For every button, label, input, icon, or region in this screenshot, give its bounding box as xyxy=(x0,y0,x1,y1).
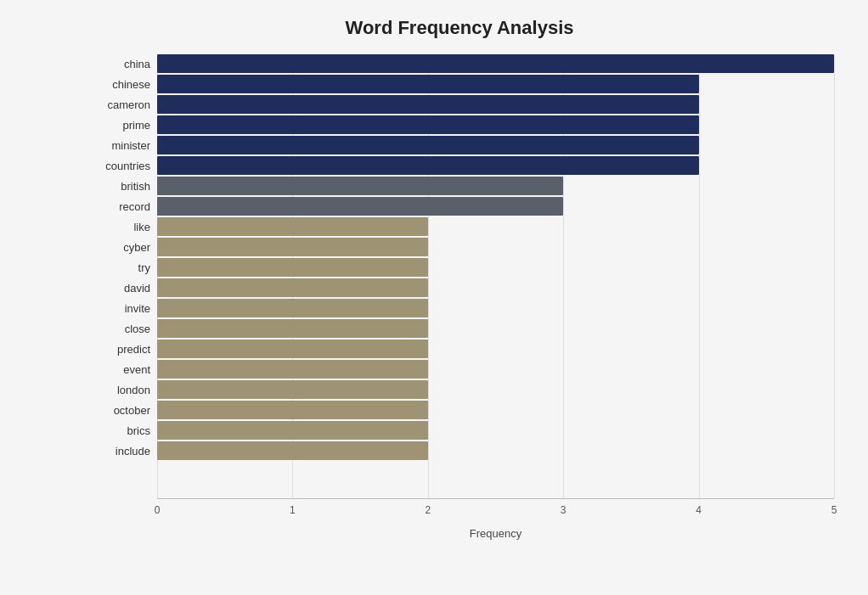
bar-label: british xyxy=(89,177,157,195)
bar-label: countries xyxy=(89,156,157,175)
chart-container: Word Frequency Analysis chinachinesecame… xyxy=(0,0,868,595)
chart-title: Word Frequency Analysis xyxy=(85,17,834,39)
bar-label: event xyxy=(89,360,157,379)
bar-fill xyxy=(157,54,834,73)
bar-fill xyxy=(157,258,428,277)
bar-fill xyxy=(157,156,699,175)
bar-fill xyxy=(157,340,428,358)
bar-label: like xyxy=(89,217,157,236)
bar-label: minister xyxy=(89,136,157,154)
bar-label: close xyxy=(89,319,157,338)
bar-fill xyxy=(157,401,428,419)
bar-fill xyxy=(157,177,563,195)
bar-label: chinese xyxy=(89,75,157,93)
bar-row: cameron xyxy=(157,95,834,114)
bar-label: predict xyxy=(89,340,157,358)
bar-label: brics xyxy=(89,421,157,440)
bar-row: china xyxy=(157,54,834,73)
bar-fill xyxy=(157,115,699,134)
bar-row: like xyxy=(157,217,834,236)
bar-label: october xyxy=(89,401,157,419)
bar-label: record xyxy=(89,197,157,216)
bar-fill xyxy=(157,278,428,297)
bar-label: try xyxy=(89,258,157,277)
bar-row: prime xyxy=(157,115,834,134)
bar-label: london xyxy=(89,380,157,399)
bar-row: include xyxy=(157,441,834,460)
bar-row: chinese xyxy=(157,75,834,93)
bar-fill xyxy=(157,421,428,440)
bar-row: cyber xyxy=(157,238,834,256)
bar-fill xyxy=(157,217,428,236)
bar-row: try xyxy=(157,258,834,277)
bar-row: predict xyxy=(157,340,834,358)
bar-fill xyxy=(157,75,699,93)
bar-label: david xyxy=(89,278,157,297)
bar-fill xyxy=(157,299,428,317)
bar-row: countries xyxy=(157,156,834,175)
x-axis-label: Frequency xyxy=(157,527,834,540)
bar-fill xyxy=(157,360,428,379)
bar-row: close xyxy=(157,319,834,338)
bar-label: prime xyxy=(89,115,157,134)
bar-row: london xyxy=(157,380,834,399)
bar-row: british xyxy=(157,177,834,195)
bar-row: david xyxy=(157,278,834,297)
bar-fill xyxy=(157,319,428,338)
bar-label: invite xyxy=(89,299,157,317)
bar-label: include xyxy=(89,441,157,460)
bar-row: brics xyxy=(157,421,834,440)
bar-row: record xyxy=(157,197,834,216)
bar-row: minister xyxy=(157,136,834,154)
bar-row: event xyxy=(157,360,834,379)
bar-label: china xyxy=(89,54,157,73)
bar-fill xyxy=(157,380,428,399)
bar-label: cameron xyxy=(89,95,157,114)
bar-fill xyxy=(157,197,563,216)
bar-row: invite xyxy=(157,299,834,317)
bar-fill xyxy=(157,136,699,154)
bar-fill xyxy=(157,238,428,256)
bar-label: cyber xyxy=(89,238,157,256)
bar-fill xyxy=(157,95,699,114)
bar-row: october xyxy=(157,401,834,419)
bar-fill xyxy=(157,441,428,460)
